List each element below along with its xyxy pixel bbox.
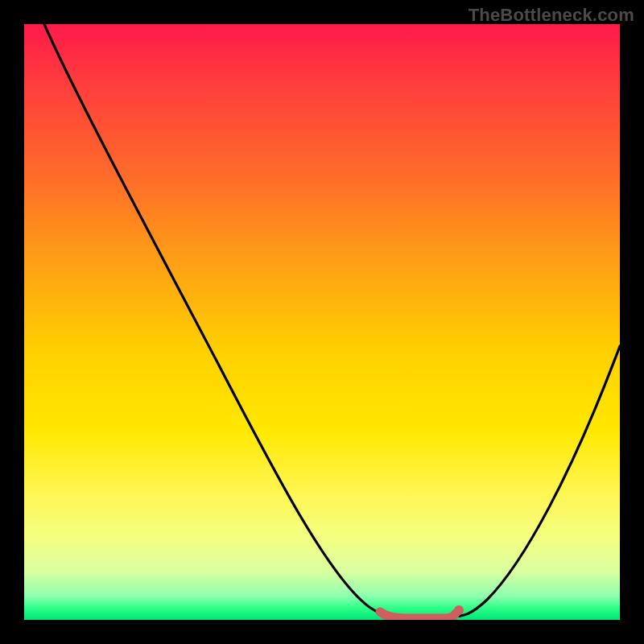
optimal-range-end-dot bbox=[454, 605, 464, 615]
bottleneck-curve bbox=[44, 24, 620, 617]
chart-frame: TheBottleneck.com bbox=[0, 0, 644, 644]
attribution-text: TheBottleneck.com bbox=[469, 5, 634, 26]
curve-svg bbox=[24, 24, 620, 620]
optimal-range-marker bbox=[380, 612, 456, 618]
plot-area bbox=[24, 24, 620, 620]
